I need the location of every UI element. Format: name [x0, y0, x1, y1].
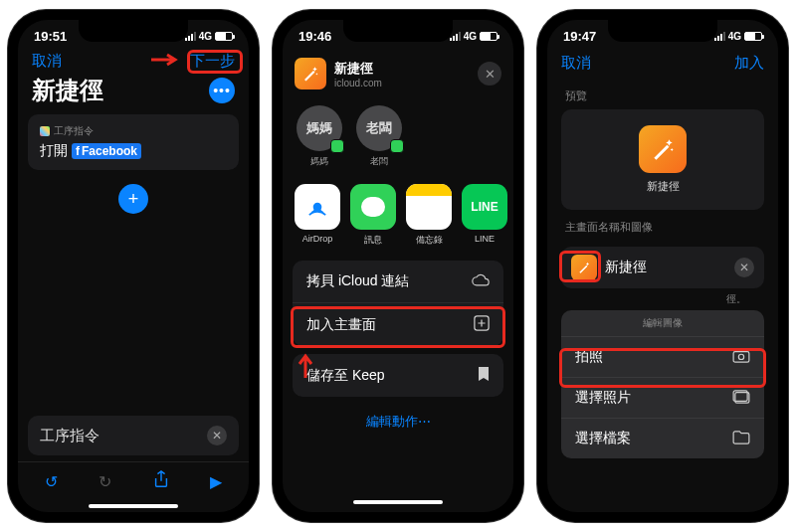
app-label: LINE — [462, 234, 507, 244]
sheet-header: 新捷徑 icloud.com ✕ — [283, 48, 513, 99]
contact-item[interactable]: 媽媽 媽媽 — [297, 105, 342, 168]
notes-icon — [406, 184, 452, 230]
copy-icloud-link[interactable]: 拷貝 iCloud 連結 — [293, 261, 503, 303]
preview-label: 預覽 — [547, 79, 778, 109]
title-row: 新捷徑 ••• — [18, 75, 249, 114]
app-airdrop[interactable]: AirDrop — [295, 184, 340, 247]
scripting-icon — [40, 126, 50, 136]
avatar: 老闆 — [356, 105, 402, 151]
undo-icon[interactable]: ↺ — [45, 472, 58, 491]
save-to-keep[interactable]: 儲存至 Keep — [293, 354, 503, 397]
take-photo[interactable]: 拍照 — [561, 337, 764, 378]
avatar: 媽媽 — [297, 105, 342, 151]
shortcut-app-icon — [295, 58, 326, 89]
nav-bar: 取消 下一步 — [18, 48, 249, 75]
battery-icon — [744, 32, 762, 41]
phone-frame-2: 19:46 4G 新捷徑 icloud.com ✕ 媽媽 媽媽 老闆 — [273, 10, 523, 522]
card-header: 工序指令 — [40, 124, 227, 138]
popup-label: 拍照 — [575, 348, 603, 366]
add-action-button[interactable]: + — [118, 184, 148, 214]
clear-name-icon[interactable]: ✕ — [734, 258, 754, 277]
preview-card: 新捷徑 — [561, 109, 764, 210]
battery-icon — [480, 32, 498, 41]
phone-frame-3: 19:47 4G 取消 加入 預覽 新捷徑 主畫面名稱和圖像 新捷徑 ✕ — [537, 10, 788, 522]
share-icon[interactable] — [153, 470, 169, 492]
popup-header: 編輯圖像 — [561, 310, 764, 337]
search-field[interactable]: 工序指令 ✕ — [28, 416, 239, 455]
apps-row: AirDrop 訊息 備忘錄 LINE LINE C — [283, 178, 513, 257]
app-label: 訊息 — [350, 234, 396, 247]
app-messages[interactable]: 訊息 — [350, 184, 396, 247]
messages-icon — [350, 184, 396, 230]
add-square-icon — [474, 315, 490, 334]
action-label: 加入主畫面 — [306, 316, 376, 334]
bottom-bar: 工序指令 ✕ ↺ ↻ ▶ — [18, 416, 249, 512]
hint-text: 徑。 — [708, 288, 764, 310]
add-to-home-screen[interactable]: 加入主畫面 — [293, 303, 503, 346]
battery-icon — [215, 32, 233, 41]
bookmark-icon — [478, 366, 490, 385]
name-row: 新捷徑 ✕ — [561, 247, 764, 288]
network-label: 4G — [728, 31, 741, 42]
phone-frame-1: 19:51 4G 取消 下一步 新捷徑 ••• 工序指令 打開 Facebook — [8, 10, 259, 522]
card-header-label: 工序指令 — [54, 124, 94, 138]
action-card[interactable]: 工序指令 打開 Facebook — [28, 114, 239, 170]
edit-actions-link[interactable]: 編輯動作⋯ — [283, 401, 513, 443]
messages-badge-icon — [390, 139, 404, 153]
sheet-title: 新捷徑 — [334, 60, 382, 78]
page-title: 新捷徑 — [32, 75, 103, 106]
cloud-icon — [472, 273, 490, 290]
nav-bar: 取消 加入 — [547, 48, 778, 79]
svg-rect-2 — [733, 351, 749, 362]
open-label: 打開 — [40, 142, 68, 160]
facebook-token[interactable]: Facebook — [72, 143, 141, 159]
more-button[interactable]: ••• — [209, 78, 235, 103]
folder-icon — [732, 431, 750, 447]
clear-icon[interactable]: ✕ — [207, 426, 227, 445]
screen-1: 19:51 4G 取消 下一步 新捷徑 ••• 工序指令 打開 Facebook — [18, 20, 249, 512]
section-label: 主畫面名稱和圖像 — [547, 210, 778, 241]
notch — [79, 20, 188, 42]
popup-label: 選擇照片 — [575, 389, 631, 407]
next-button[interactable]: 下一步 — [190, 52, 235, 71]
edit-image-popup: 編輯圖像 拍照 選擇照片 選擇檔案 — [561, 310, 764, 458]
action-label: 拷貝 iCloud 連結 — [306, 272, 409, 290]
screen-3: 19:47 4G 取消 加入 預覽 新捷徑 主畫面名稱和圖像 新捷徑 ✕ — [547, 20, 778, 512]
choose-photo[interactable]: 選擇照片 — [561, 378, 764, 419]
choose-file[interactable]: 選擇檔案 — [561, 419, 764, 458]
name-input[interactable]: 新捷徑 — [605, 259, 726, 276]
contact-item[interactable]: 老闆 老闆 — [356, 105, 402, 168]
icon-button[interactable] — [571, 255, 597, 280]
contacts-row: 媽媽 媽媽 老闆 老闆 — [283, 99, 513, 178]
cancel-button[interactable]: 取消 — [561, 54, 591, 73]
preview-name: 新捷徑 — [577, 179, 748, 194]
airdrop-icon — [295, 184, 340, 230]
preview-icon — [639, 125, 687, 173]
svg-point-3 — [738, 354, 743, 359]
cancel-button[interactable]: 取消 — [32, 52, 62, 71]
app-label: AirDrop — [295, 234, 340, 244]
line-icon: LINE — [462, 184, 507, 230]
home-indicator — [89, 504, 178, 508]
sheet-title-block: 新捷徑 icloud.com — [334, 60, 382, 89]
home-indicator — [353, 500, 443, 504]
contact-name: 媽媽 — [297, 155, 342, 168]
card-body: 打開 Facebook — [40, 142, 227, 160]
add-button[interactable]: 加入 — [734, 54, 764, 73]
network-label: 4G — [464, 31, 477, 42]
app-notes[interactable]: 備忘錄 — [406, 184, 452, 247]
photo-icon — [732, 390, 750, 407]
notch — [608, 20, 717, 42]
contact-name: 老闆 — [356, 155, 402, 168]
sheet-subtitle: icloud.com — [334, 78, 382, 89]
actions-list-2: 儲存至 Keep — [293, 354, 503, 397]
notch — [343, 20, 453, 42]
messages-badge-icon — [330, 139, 344, 153]
redo-icon: ↻ — [99, 472, 111, 491]
app-line[interactable]: LINE LINE — [462, 184, 507, 247]
play-icon[interactable]: ▶ — [210, 472, 222, 491]
search-label: 工序指令 — [40, 427, 100, 445]
screen-2: 19:46 4G 新捷徑 icloud.com ✕ 媽媽 媽媽 老闆 — [283, 20, 513, 512]
close-button[interactable]: ✕ — [478, 62, 501, 86]
camera-icon — [732, 349, 750, 366]
